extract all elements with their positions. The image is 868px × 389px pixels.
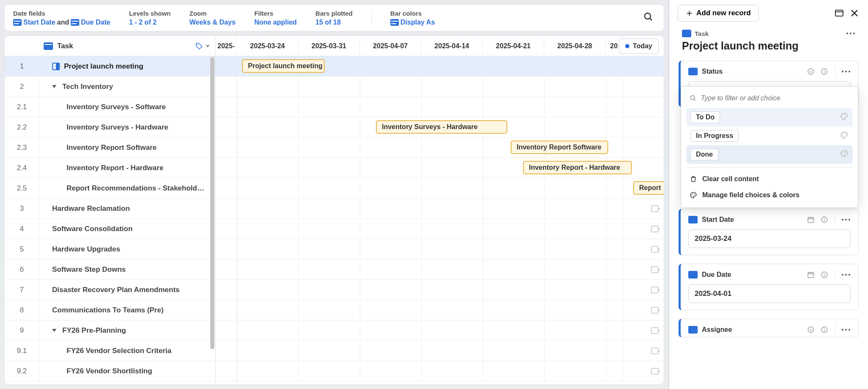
task-row[interactable]: 2.2Inventory Surveys - Hardware (5, 117, 215, 138)
gantt-bar[interactable]: Inventory Surveys - Hardware (376, 120, 507, 134)
task-column-header[interactable]: Task (39, 42, 190, 50)
toolbar-zoom[interactable]: Zoom Weeks & Days (189, 10, 236, 26)
info-icon[interactable] (820, 215, 829, 224)
task-header-actions[interactable] (190, 42, 215, 50)
date-header-cell[interactable]: 2025-04-14 (421, 36, 483, 56)
toolbar-colors[interactable]: Bar colors Display As (390, 10, 435, 26)
palette-icon[interactable] (840, 112, 849, 122)
date-header-cell[interactable]: 2025-04-07 (360, 36, 421, 56)
task-row[interactable]: 2Tech Inventory (5, 77, 215, 97)
gantt-row[interactable] (216, 259, 664, 280)
task-row[interactable]: 3Hardware Reclamation (5, 199, 215, 219)
task-cell[interactable]: Hardware Upgrades (39, 245, 215, 254)
date-header-cell[interactable]: 2025-03-24 (237, 36, 298, 56)
status-option[interactable]: To Do (686, 108, 853, 127)
task-cell[interactable]: Report Recommendations - Stakehold… (39, 184, 215, 193)
calendar-icon[interactable] (806, 215, 815, 224)
task-cell[interactable]: Software Consolidation (39, 225, 215, 233)
bar-offscreen-marker[interactable] (651, 205, 659, 212)
more-icon[interactable] (841, 273, 851, 276)
today-button[interactable]: Today (619, 39, 659, 54)
more-icon[interactable] (841, 70, 851, 73)
date-field-start[interactable]: Start Date (23, 19, 56, 26)
date-header-cell[interactable]: 2025-03-31 (298, 36, 360, 56)
gantt-row[interactable] (216, 97, 664, 117)
task-row[interactable]: 8Communications To Teams (Pre) (5, 300, 215, 320)
palette-icon[interactable] (840, 131, 849, 141)
more-icon[interactable] (841, 218, 851, 221)
chevron-circle-icon[interactable] (806, 67, 815, 76)
info-icon[interactable] (820, 270, 829, 279)
gantt-row[interactable] (216, 280, 664, 300)
date-header-cell[interactable]: 2025- (216, 36, 237, 56)
gantt-row[interactable] (216, 361, 664, 381)
clear-cell-button[interactable]: Clear cell content (686, 171, 853, 187)
close-icon[interactable] (849, 8, 860, 18)
task-cell[interactable]: Software Step Downs (39, 265, 215, 274)
gantt-body[interactable]: Project launch meetingInventory Surveys … (216, 56, 664, 381)
gantt-bar[interactable]: Project launch meeting (242, 59, 325, 73)
task-row[interactable]: 2.1Inventory Surveys - Software (5, 97, 215, 117)
start-date-input[interactable]: 2025-03-24 (688, 229, 851, 248)
task-row[interactable]: 9.1FY26 Vendor Selection Criteria (5, 341, 215, 361)
bar-offscreen-marker[interactable] (651, 287, 659, 293)
add-record-button[interactable]: Add new record (678, 5, 759, 22)
bar-offscreen-marker[interactable] (651, 327, 659, 334)
toolbar-bars[interactable]: Bars plotted 15 of 18 (315, 10, 353, 26)
task-cell[interactable]: Communications To Teams (Pre) (39, 306, 215, 315)
task-row[interactable]: 2.4Inventory Report - Hardware (5, 158, 215, 178)
gantt-row[interactable] (216, 239, 664, 259)
chevron-circle-icon[interactable] (806, 325, 815, 334)
bar-offscreen-marker[interactable] (651, 246, 659, 253)
task-row[interactable]: 2.5Report Recommendations - Stakehold… (5, 178, 215, 199)
task-cell[interactable]: Project launch meeting (39, 62, 215, 71)
task-cell[interactable]: FY26 Vendor Selection Criteria (39, 347, 215, 355)
task-cell[interactable]: Inventory Surveys - Hardware (39, 123, 215, 132)
task-cell[interactable]: Tech Inventory (39, 83, 215, 91)
gantt-row[interactable] (216, 77, 664, 97)
task-cell[interactable]: Hardware Reclamation (39, 204, 215, 213)
palette-icon[interactable] (840, 149, 849, 160)
scrollbar-thumb[interactable] (210, 57, 214, 349)
status-option[interactable]: Done (686, 145, 853, 164)
gantt-row[interactable] (216, 320, 664, 341)
side-task-title[interactable]: Project launch meeting (682, 40, 855, 52)
gantt-row[interactable]: Inventory Report Software (216, 138, 664, 158)
expand-icon[interactable] (834, 8, 844, 18)
gantt-row[interactable] (216, 341, 664, 361)
due-date-input[interactable]: 2025-04-01 (688, 284, 851, 303)
task-cell[interactable]: Inventory Surveys - Software (39, 103, 215, 111)
task-cell[interactable]: Inventory Report - Hardware (39, 164, 215, 172)
task-cell[interactable]: FY26 Vendor Shortlisting (39, 367, 215, 375)
task-row[interactable]: 4Software Consolidation (5, 219, 215, 239)
toolbar-filters[interactable]: Filters None applied (254, 10, 297, 26)
bar-offscreen-marker[interactable] (651, 226, 659, 232)
task-scrollbar[interactable] (210, 57, 214, 358)
task-row[interactable]: 7Disaster Recovery Plan Amendments (5, 280, 215, 300)
bar-offscreen-marker[interactable] (651, 266, 659, 273)
info-icon[interactable] (820, 67, 829, 76)
date-header-cell[interactable]: 2025-04-28 (544, 36, 606, 56)
toolbar-search-icon[interactable] (643, 12, 654, 24)
gantt-row[interactable]: Report (216, 178, 664, 199)
collapse-icon[interactable] (52, 329, 56, 332)
task-row[interactable]: 1Project launch meeting (5, 56, 215, 77)
gantt-bar[interactable]: Inventory Report Software (511, 141, 608, 154)
gantt-row[interactable] (216, 300, 664, 320)
gantt-row[interactable] (216, 199, 664, 219)
date-header-cell[interactable]: 2025-04-21 (483, 36, 544, 56)
task-cell[interactable]: FY26 Pre-Planning (39, 326, 215, 335)
date-field-due[interactable]: Due Date (81, 19, 110, 26)
task-row[interactable]: 5Hardware Upgrades (5, 239, 215, 259)
dropdown-search-input[interactable] (701, 94, 849, 102)
more-icon[interactable] (846, 32, 855, 35)
task-row[interactable]: 2.3Inventory Report Software (5, 138, 215, 158)
gantt-row[interactable] (216, 219, 664, 239)
bar-offscreen-marker[interactable] (651, 348, 659, 354)
task-row[interactable]: 9.2FY26 Vendor Shortlisting (5, 361, 215, 381)
gantt-row[interactable]: Inventory Surveys - Hardware (216, 117, 664, 138)
bar-offscreen-marker[interactable] (651, 307, 659, 314)
toolbar-date-fields[interactable]: Date fields Start Date and Due Date (13, 10, 110, 26)
more-icon[interactable] (841, 328, 851, 331)
info-icon[interactable] (820, 325, 829, 334)
